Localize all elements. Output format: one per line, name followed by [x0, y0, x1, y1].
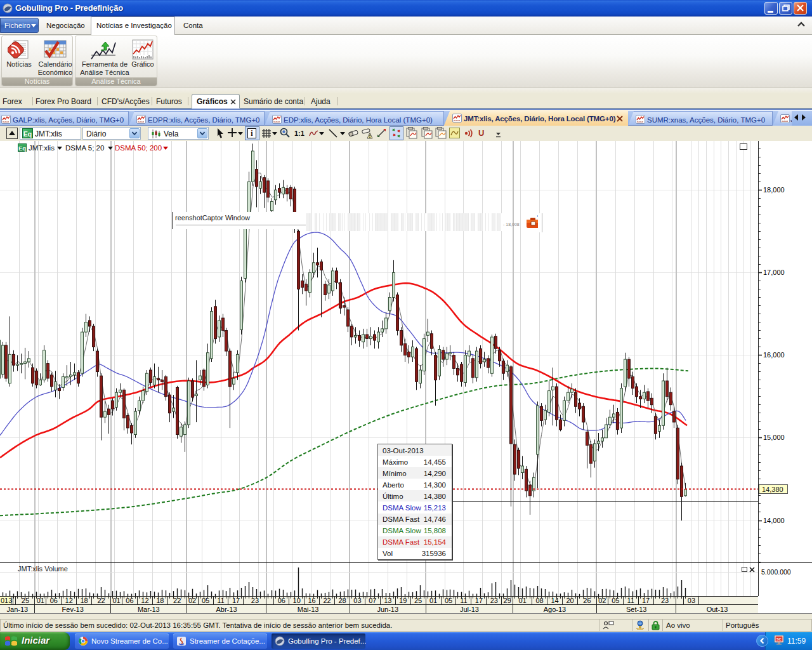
- svg-text:17: 17: [642, 597, 650, 604]
- svg-text:13: 13: [384, 597, 391, 604]
- svg-text:20: 20: [566, 597, 573, 604]
- svg-text:06: 06: [126, 597, 133, 604]
- svg-text:22: 22: [97, 597, 105, 604]
- svg-text:Mai-13: Mai-13: [298, 606, 319, 613]
- svg-text:05: 05: [445, 597, 452, 604]
- svg-text:Jan-13: Jan-13: [7, 606, 29, 613]
- svg-text:Jul-13: Jul-13: [460, 606, 479, 613]
- svg-text:03: 03: [688, 597, 695, 604]
- svg-text:28: 28: [338, 597, 346, 604]
- svg-text:16: 16: [308, 597, 315, 604]
- svg-text:05: 05: [612, 597, 619, 604]
- svg-text:15,000: 15,000: [763, 434, 785, 441]
- svg-text:23: 23: [490, 597, 498, 604]
- svg-text:19: 19: [399, 597, 407, 604]
- svg-text:14,000: 14,000: [763, 517, 785, 524]
- svg-text:14: 14: [551, 597, 558, 604]
- svg-text:29: 29: [504, 597, 511, 604]
- svg-text:07: 07: [369, 597, 376, 604]
- svg-text:26: 26: [583, 597, 591, 604]
- svg-text:Set-13: Set-13: [626, 606, 646, 613]
- svg-text:11: 11: [460, 597, 467, 604]
- svg-text:02: 02: [598, 597, 606, 604]
- svg-text:Ago-13: Ago-13: [544, 606, 566, 613]
- svg-text:22: 22: [173, 597, 181, 604]
- svg-text:013: 013: [1, 597, 12, 604]
- svg-text:18: 18: [80, 597, 88, 604]
- svg-text:11: 11: [217, 597, 224, 604]
- svg-text:03: 03: [353, 597, 361, 604]
- svg-text:01: 01: [37, 597, 44, 604]
- svg-text:16,000: 16,000: [763, 351, 785, 359]
- svg-text:17,000: 17,000: [763, 269, 785, 276]
- svg-text:Fev-13: Fev-13: [62, 606, 84, 613]
- svg-text:Jun-13: Jun-13: [377, 606, 398, 613]
- svg-text:5.000.000: 5.000.000: [761, 568, 791, 576]
- svg-text:22: 22: [323, 597, 331, 604]
- svg-text:Abr-13: Abr-13: [216, 606, 237, 613]
- svg-text:02: 02: [188, 597, 196, 604]
- svg-text:18: 18: [156, 597, 164, 604]
- svg-text:06: 06: [278, 597, 285, 604]
- svg-text:SC: SC: [776, 637, 782, 641]
- svg-text:17: 17: [232, 597, 240, 604]
- svg-text:25: 25: [414, 597, 422, 604]
- svg-text:08: 08: [535, 597, 543, 604]
- svg-text:12: 12: [141, 597, 148, 604]
- svg-text:17: 17: [475, 597, 483, 604]
- svg-text:01: 01: [519, 597, 527, 604]
- svg-text:23: 23: [251, 597, 259, 604]
- svg-text:01: 01: [112, 597, 120, 604]
- svg-text:18,000: 18,000: [763, 186, 785, 194]
- svg-text:Mar-13: Mar-13: [138, 606, 160, 613]
- svg-text:10: 10: [293, 597, 301, 604]
- svg-text:Out-13: Out-13: [707, 606, 728, 613]
- svg-text:06: 06: [50, 597, 58, 604]
- svg-text:11: 11: [627, 597, 634, 604]
- svg-text:01: 01: [429, 597, 437, 604]
- svg-text:05: 05: [202, 597, 209, 604]
- svg-text:12: 12: [65, 597, 73, 604]
- svg-text:23: 23: [661, 597, 669, 604]
- svg-text:25: 25: [22, 597, 29, 604]
